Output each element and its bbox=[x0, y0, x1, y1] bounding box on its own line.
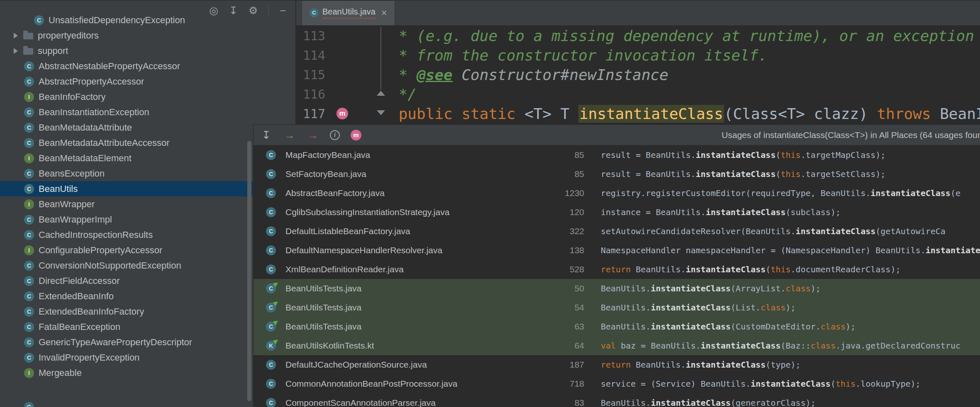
usage-file-name: BeanUtilsTests.java bbox=[285, 283, 534, 293]
usage-row[interactable]: CBeanUtilsTests.java63BeanUtils.instanti… bbox=[254, 317, 980, 336]
code-text[interactable]: * from the constructor invocation itself… bbox=[390, 46, 767, 65]
tree-item-label: Mergeable bbox=[39, 368, 82, 378]
usage-row[interactable]: CBeanUtilsTests.java54BeanUtils.instanti… bbox=[254, 298, 980, 317]
hide-panel-icon[interactable]: − bbox=[280, 5, 286, 16]
usage-line-number: 64 bbox=[534, 341, 584, 351]
tree-item[interactable]: CUnsatisfiedDependencyException bbox=[0, 12, 253, 28]
method-filter-icon[interactable]: m bbox=[351, 130, 361, 141]
usage-row[interactable]: CXmlBeanDefinitionReader.java528return B… bbox=[254, 260, 980, 279]
tree-item-label: InvalidPropertyException bbox=[39, 352, 139, 363]
tree-item[interactable]: CExtendedBeanInfo bbox=[0, 288, 253, 304]
tree-item[interactable]: CAbstractPropertyAccessor bbox=[0, 74, 253, 89]
next-occurrence-icon[interactable]: → bbox=[307, 130, 319, 141]
usage-row[interactable]: CMapFactoryBean.java85result = BeanUtils… bbox=[254, 145, 980, 165]
tree-item[interactable]: IConfigurablePropertyAccessor bbox=[0, 242, 253, 258]
info-icon[interactable]: i bbox=[330, 130, 340, 140]
tree-item[interactable]: CExtendedBeanInfoFactory bbox=[0, 304, 253, 319]
method-marker-icon[interactable]: m bbox=[336, 108, 348, 119]
tree-item-label: BeanUtils bbox=[39, 184, 78, 194]
class-icon: C bbox=[24, 184, 34, 194]
code-text[interactable]: */ bbox=[390, 85, 417, 104]
usage-file-name: XmlBeanDefinitionReader.java bbox=[285, 264, 534, 274]
fold-collapse-icon[interactable] bbox=[377, 91, 385, 96]
editor-line: 117 public static <T> T instantiateClass… bbox=[296, 104, 980, 124]
tree-item-label: AbstractPropertyAccessor bbox=[39, 76, 144, 87]
tree-item[interactable]: support bbox=[0, 43, 253, 58]
class-icon: C bbox=[24, 169, 34, 179]
tree-item-label: DirectFieldAccessor bbox=[39, 276, 120, 286]
class-icon: C bbox=[266, 379, 276, 389]
tree-item[interactable]: IBeanWrapper bbox=[0, 196, 253, 212]
tree-item-label: BeanInfoFactory bbox=[39, 92, 105, 102]
class-icon: C bbox=[266, 245, 276, 255]
usage-line-number: 528 bbox=[534, 264, 584, 274]
tree-item[interactable]: CGenericTypeAwarePropertyDescriptor bbox=[0, 334, 253, 350]
tree-item[interactable]: CCachedIntrospectionResults bbox=[0, 227, 253, 242]
class-icon: C bbox=[266, 264, 276, 274]
usages-rows: CMapFactoryBean.java85result = BeanUtils… bbox=[254, 145, 980, 407]
tree-item-label: UnsatisfiedDependencyException bbox=[49, 15, 185, 26]
usage-row[interactable]: CCglibSubclassingInstantiationStrategy.j… bbox=[254, 203, 980, 222]
previous-occurrence-icon[interactable]: → bbox=[283, 130, 296, 141]
class-icon: C bbox=[310, 8, 319, 17]
usage-row[interactable]: CSetFactoryBean.java85result = BeanUtils… bbox=[254, 165, 980, 184]
usage-file-name: SetFactoryBean.java bbox=[285, 169, 534, 179]
tree-item[interactable]: CDirectFieldAccessor bbox=[0, 273, 253, 288]
usage-file-name: CommonAnnotationBeanPostProcessor.java bbox=[285, 379, 534, 389]
tree-item[interactable]: IBeanInfoFactory bbox=[0, 89, 253, 104]
fold-expand-icon[interactable] bbox=[377, 110, 385, 115]
usage-code: BeanUtils.instantiateClass(CustomDateEdi… bbox=[601, 322, 980, 332]
folder-icon bbox=[23, 48, 33, 55]
usage-row[interactable]: CCommonAnnotationBeanPostProcessor.java7… bbox=[254, 374, 980, 393]
tree-item-label: propertyeditors bbox=[38, 30, 99, 41]
tree-item[interactable]: CAbstractNestablePropertyAccessor bbox=[0, 58, 253, 74]
tree-item[interactable]: CInvalidPropertyException bbox=[0, 350, 253, 365]
usage-code: registry.registerCustomEditor(requiredTy… bbox=[601, 188, 980, 198]
tree-item[interactable]: C bbox=[0, 399, 253, 407]
tree-item[interactable]: CBeanMetadataAttribute bbox=[0, 120, 253, 135]
usage-line-number: 138 bbox=[534, 245, 584, 255]
usage-row[interactable]: CDefaultNamespaceHandlerResolver.java138… bbox=[254, 241, 980, 260]
usage-file-name: BeanUtilsKotlinTests.kt bbox=[285, 341, 534, 351]
tree-item[interactable]: CFatalBeanException bbox=[0, 319, 253, 334]
class-icon: C bbox=[24, 261, 34, 271]
tab-beanutils[interactable]: C BeanUtils.java × bbox=[302, 0, 395, 25]
tree-item[interactable]: propertyeditors bbox=[0, 28, 253, 43]
class-icon: C bbox=[24, 123, 34, 133]
usage-row[interactable]: CBeanUtilsTests.java50BeanUtils.instanti… bbox=[254, 279, 980, 298]
code-text[interactable]: * (e.g. due to a missing dependency at r… bbox=[390, 26, 974, 46]
code-text[interactable]: * @see Constructor#newInstance bbox=[390, 65, 668, 85]
tree-item[interactable]: CBeanUtils bbox=[0, 181, 253, 196]
line-number: 116 bbox=[296, 85, 336, 104]
tree-item-label: BeanWrapper bbox=[39, 199, 95, 210]
class-icon: C bbox=[266, 226, 276, 236]
chevron-right-icon[interactable] bbox=[14, 33, 18, 39]
usage-line-number: 50 bbox=[534, 283, 584, 293]
tree-item-label: FatalBeanException bbox=[39, 322, 120, 332]
usages-toolbar: ↧→→im Usages of instantiateClass(Class<T… bbox=[254, 125, 980, 145]
tree-item[interactable]: IBeanMetadataElement bbox=[0, 150, 253, 166]
code-text[interactable]: public static <T> T instantiateClass(Cla… bbox=[390, 104, 980, 124]
usage-code: BeanUtils.instantiateClass(List.class); bbox=[601, 303, 980, 313]
usage-row[interactable]: CDefaultListableBeanFactory.java322setAu… bbox=[254, 222, 980, 241]
editor-pane: C BeanUtils.java × 113 * (e.g. due to a … bbox=[296, 0, 980, 124]
chevron-right-icon[interactable] bbox=[14, 48, 18, 54]
usage-row[interactable]: KBeanUtilsKotlinTests.kt64val baz = Bean… bbox=[254, 336, 980, 355]
pin-results-icon[interactable]: ↧ bbox=[260, 130, 273, 141]
tree-item[interactable]: CBeanInstantiationException bbox=[0, 104, 253, 120]
usage-file-name: AbstractBeanFactory.java bbox=[285, 188, 534, 198]
tree-scrollbar-thumb[interactable] bbox=[247, 141, 251, 401]
tree-item[interactable]: CBeanMetadataAttributeAccessor bbox=[0, 135, 253, 150]
usage-row[interactable]: CAbstractBeanFactory.java1230registry.re… bbox=[254, 184, 980, 203]
close-icon[interactable]: × bbox=[381, 8, 387, 18]
editor-code-area[interactable]: 113 * (e.g. due to a missing dependency … bbox=[296, 26, 980, 124]
tree-item[interactable]: CBeansException bbox=[0, 166, 253, 181]
tree-item[interactable]: CBeanWrapperImpl bbox=[0, 212, 253, 227]
usage-code: return BeanUtils.instantiateClass(this.d… bbox=[601, 264, 980, 274]
usage-row[interactable]: CComponentScanAnnotationParser.java83Bea… bbox=[254, 393, 980, 407]
usage-row[interactable]: CDefaultJCacheOperationSource.java187ret… bbox=[254, 355, 980, 374]
class-icon: C bbox=[34, 15, 44, 25]
tree-item[interactable]: IMergeable bbox=[0, 365, 253, 380]
usage-line-number: 85 bbox=[534, 169, 584, 179]
tree-item[interactable]: CConversionNotSupportedException bbox=[0, 258, 253, 273]
